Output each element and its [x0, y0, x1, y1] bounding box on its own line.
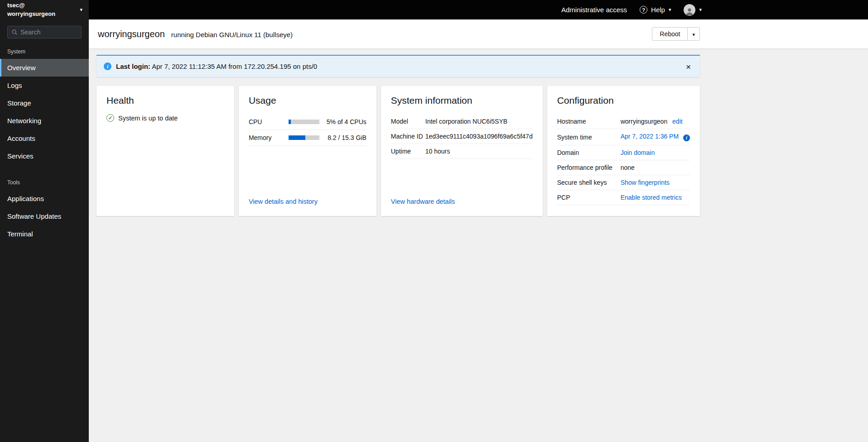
show-fingerprints-link[interactable]: Show fingerprints	[621, 179, 670, 186]
config-row-pcp: PCP Enable stored metrics	[557, 190, 690, 205]
chevron-down-icon: ▾	[80, 7, 82, 12]
sidebar-item-logs[interactable]: Logs	[0, 77, 89, 94]
memory-progress-fill	[289, 135, 305, 140]
usage-row-cpu: CPU 5% of 4 CPUs	[249, 114, 366, 130]
sidebar-item-overview[interactable]: Overview	[0, 59, 89, 77]
memory-progress-bar	[289, 135, 319, 140]
hardware-details-link[interactable]: View hardware details	[391, 198, 533, 205]
sidebar-item-software-updates[interactable]: Software Updates	[0, 207, 89, 225]
hostname-label: Hostname	[557, 118, 621, 125]
page-title: worryingsurgeon	[98, 29, 165, 39]
join-domain-link[interactable]: Join domain	[621, 149, 655, 156]
config-row-performance-profile: Performance profile none	[557, 160, 690, 175]
ssh-keys-label: Secure shell keys	[557, 179, 621, 186]
reboot-button[interactable]: Reboot	[652, 27, 688, 41]
chevron-down-icon: ▾	[692, 32, 695, 37]
os-description: running Debian GNU/Linux 11 (bullseye)	[171, 31, 293, 38]
configuration-card-title: Configuration	[557, 95, 690, 106]
info-icon: i	[104, 62, 111, 70]
usage-details-link[interactable]: View details and history	[249, 198, 366, 205]
memory-usage-value: 8.2 / 15.3 GiB	[319, 134, 366, 141]
model-label: Model	[391, 118, 425, 125]
nav-section-system: System	[0, 41, 89, 59]
chevron-down-icon: ▾	[699, 7, 702, 12]
machine-id-value: 1ed3eec9111c4093a1096f69a6c5f47d	[425, 133, 533, 140]
hostname-value: worryingsurgeon	[621, 118, 668, 125]
search-icon	[12, 29, 17, 35]
enable-stored-metrics-link[interactable]: Enable stored metrics	[621, 194, 682, 201]
cpu-progress-bar	[289, 120, 319, 124]
administrative-access-button[interactable]: Administrative access	[561, 6, 627, 14]
check-circle-icon: ✓	[106, 114, 114, 122]
model-value: Intel corporation NUC6i5SYB	[425, 118, 533, 125]
config-row-system-time: System time Apr 7, 2022 1:36 PM i	[557, 129, 690, 145]
edit-hostname-link[interactable]: edit	[672, 118, 683, 125]
masthead-controls: Administrative access ? Help ▾ ▾	[561, 0, 709, 19]
sidebar-item-services[interactable]: Services	[0, 147, 89, 165]
health-status: ✓ System is up to date	[106, 114, 224, 122]
question-circle-icon: ?	[640, 6, 647, 14]
config-row-hostname: Hostname worryingsurgeon edit	[557, 114, 690, 129]
cpu-usage-value: 5% of 4 CPUs	[319, 118, 366, 125]
sidebar-item-storage[interactable]: Storage	[0, 94, 89, 112]
health-card-title: Health	[106, 95, 224, 106]
sidebar-item-networking[interactable]: Networking	[0, 112, 89, 130]
last-login-alert: i Last login: Apr 7, 2022 11:12:35 AM fr…	[96, 55, 700, 77]
session-menu-button[interactable]: ▾	[684, 4, 702, 16]
masthead: tsec@ worryingsurgeon ▾ Administrative a…	[0, 0, 868, 19]
health-status-text: System is up to date	[118, 115, 178, 122]
pcp-label: PCP	[557, 194, 621, 201]
cpu-label: CPU	[249, 118, 289, 125]
uptime-label: Uptime	[391, 148, 425, 155]
usage-card-title: Usage	[249, 95, 366, 106]
domain-label: Domain	[557, 149, 621, 156]
main-content: worryingsurgeon running Debian GNU/Linux…	[89, 19, 868, 442]
sysinfo-row-uptime: Uptime 10 hours	[391, 144, 533, 159]
sidebar-item-applications[interactable]: Applications	[0, 190, 89, 207]
reboot-split-button: Reboot ▾	[652, 27, 700, 41]
search-box	[7, 26, 82, 38]
config-row-ssh-keys: Secure shell keys Show fingerprints	[557, 175, 690, 190]
performance-profile-label: Performance profile	[557, 164, 621, 171]
sysinfo-row-machine-id: Machine ID 1ed3eec9111c4093a1096f69a6c5f…	[391, 129, 533, 144]
alert-title: Last login:	[116, 62, 150, 70]
configuration-card: Configuration Hostname worryingsurgeon e…	[547, 86, 700, 216]
time-info-icon[interactable]: i	[683, 135, 690, 141]
system-information-card: System information Model Intel corporati…	[381, 86, 543, 216]
close-icon[interactable]: ×	[683, 62, 694, 71]
performance-profile-value: none	[621, 164, 690, 171]
host-switcher[interactable]: tsec@ worryingsurgeon ▾	[0, 0, 89, 19]
sidebar-item-terminal[interactable]: Terminal	[0, 225, 89, 243]
uptime-value: 10 hours	[425, 148, 533, 155]
masthead-user: tsec@	[7, 1, 55, 10]
reboot-dropdown-toggle[interactable]: ▾	[687, 27, 700, 41]
memory-label: Memory	[249, 134, 289, 141]
masthead-host: worryingsurgeon	[7, 10, 55, 19]
sysinfo-row-model: Model Intel corporation NUC6i5SYB	[391, 114, 533, 129]
alert-message: Apr 7, 2022 11:12:35 AM from 172.20.254.…	[152, 62, 317, 70]
help-label: Help	[651, 6, 665, 14]
health-card: Health ✓ System is up to date	[96, 86, 234, 216]
system-time-label: System time	[557, 134, 621, 141]
sidebar-item-accounts[interactable]: Accounts	[0, 130, 89, 147]
machine-id-label: Machine ID	[391, 133, 425, 140]
search-input[interactable]	[20, 29, 77, 36]
usage-card: Usage CPU 5% of 4 CPUs Memory	[239, 86, 376, 216]
nav-section-tools: Tools	[0, 165, 89, 190]
cpu-progress-fill	[289, 120, 291, 124]
usage-row-memory: Memory 8.2 / 15.3 GiB	[249, 130, 366, 146]
system-time-link[interactable]: Apr 7, 2022 1:36 PM	[621, 133, 679, 140]
avatar	[684, 4, 695, 16]
chevron-down-icon: ▾	[669, 7, 671, 12]
sidebar: System Overview Logs Storage Networking …	[0, 19, 89, 442]
system-info-card-title: System information	[391, 95, 533, 106]
help-menu-button[interactable]: ? Help ▾	[640, 6, 671, 14]
page-header: worryingsurgeon running Debian GNU/Linux…	[89, 19, 868, 48]
config-row-domain: Domain Join domain	[557, 145, 690, 160]
